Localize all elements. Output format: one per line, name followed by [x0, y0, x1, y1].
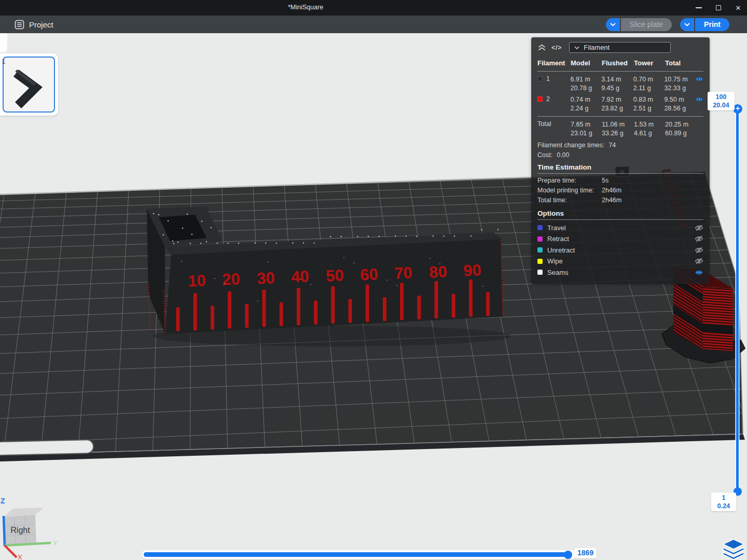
layer-slider-bottom-label: 10.24 [711, 493, 736, 511]
unretract-visibility-toggle[interactable] [695, 247, 703, 254]
option-seams: Seams [537, 267, 703, 278]
model-printing-time: Model printing time:2h46m [537, 186, 703, 195]
svg-text:10: 10 [187, 271, 206, 290]
x-axis-label: X [18, 553, 22, 560]
plate-handle-notch [0, 440, 93, 456]
option-unretract: Unretract [537, 244, 703, 256]
eye-icon [695, 96, 703, 103]
travel-color-chip [537, 225, 543, 230]
print-dropdown-button[interactable] [680, 18, 695, 31]
svg-text:40: 40 [290, 267, 309, 286]
eye-off-icon [695, 235, 703, 242]
step-slider-handle[interactable] [564, 551, 572, 559]
divider [537, 173, 703, 174]
filament-2-visibility-toggle[interactable] [695, 95, 703, 103]
project-menu[interactable]: Project [15, 20, 53, 30]
sidebar-remnant [0, 33, 7, 52]
svg-text:80: 80 [428, 262, 447, 282]
maximize-button[interactable] [715, 4, 722, 11]
close-button[interactable]: ✕ [735, 4, 742, 11]
maximize-icon [716, 5, 721, 10]
step-slider-fill [144, 552, 570, 557]
svg-text:60: 60 [359, 265, 378, 284]
svg-text:50: 50 [325, 266, 344, 285]
slice-plate-button[interactable]: Slice plate [621, 18, 672, 31]
filament-change-times: Filament change times:74 [537, 142, 703, 149]
filament-row-1: 1 6.91 m20.78 g 3.14 m9.45 g 0.70 m2.11 … [537, 74, 703, 94]
eye-off-icon [695, 247, 703, 254]
main-toolbar: Project Slice plate Print [0, 16, 747, 33]
minimize-button[interactable] [695, 4, 702, 11]
svg-text:70: 70 [394, 263, 412, 283]
filament-row-2: 2 0.74 m2.24 g 7.92 m23.82 g 0.83 m2.51 … [537, 94, 703, 114]
divider [537, 71, 703, 72]
layers-icon [723, 539, 744, 560]
filament-2-swatch [537, 96, 543, 102]
y-axis-label: Y [53, 539, 58, 547]
plate-thumbnail-selected-border [3, 57, 55, 113]
print-split-button: Print [680, 18, 729, 31]
options-title: Options [537, 209, 703, 217]
retract-color-chip [537, 236, 543, 242]
eye-off-icon [695, 258, 703, 264]
cost: Cost:0.00 [537, 151, 703, 159]
slice-dropdown-button[interactable] [606, 18, 621, 31]
cube-face-label: Right [10, 526, 30, 535]
layer-slider-top-label: 10020.04 [708, 92, 735, 110]
layer-slider-track[interactable] [736, 106, 739, 492]
plate-thumbnail[interactable]: 1 [0, 53, 58, 116]
title-bar: *MiniSquare ✕ [0, 0, 747, 16]
gcode-view-button[interactable]: </> [551, 44, 562, 51]
cube-top-face[interactable] [4, 508, 44, 517]
unretract-color-chip [537, 247, 543, 253]
option-travel: Travel [537, 222, 703, 233]
eye-off-icon [695, 225, 703, 231]
chevron-down-icon [684, 23, 690, 26]
option-retract: Retract [537, 233, 703, 245]
divider [537, 116, 703, 117]
step-slider-value: 1869 [574, 548, 597, 558]
svg-text:20: 20 [222, 270, 240, 289]
project-label: Project [29, 20, 53, 29]
chevron-down-icon [574, 46, 579, 49]
print-button[interactable]: Print [695, 18, 729, 31]
option-wipe: Wipe [537, 256, 703, 267]
eye-icon [695, 76, 703, 82]
plate-thumbnail-model [4, 58, 54, 111]
z-axis-label: Z [1, 497, 5, 505]
window-title: *MiniSquare [288, 4, 323, 11]
wipe-color-chip [537, 259, 543, 264]
time-estimation-title: Time Estimation [537, 163, 703, 171]
chevron-down-icon [610, 23, 616, 26]
seams-visibility-toggle[interactable] [695, 269, 703, 276]
z-axis [4, 516, 5, 546]
project-icon [15, 20, 24, 30]
filament-total-row: Total 7.65 m23.01 g 11.06 m33.26 g 1.53 … [537, 119, 703, 139]
x-axis [5, 545, 17, 557]
svg-text:30: 30 [256, 269, 275, 288]
retract-visibility-toggle[interactable] [695, 235, 703, 242]
divider [537, 219, 703, 220]
view-type-value: Filament [584, 44, 610, 51]
orientation-cube[interactable]: Z Right Y X [0, 494, 62, 560]
double-chevron-up-icon [537, 44, 546, 51]
plate-number: 1 [2, 57, 6, 65]
layers-view-button[interactable] [723, 539, 744, 560]
eye-icon [695, 269, 703, 276]
minimize-icon [696, 7, 702, 8]
filament-table-header: Filament Model Flushed Tower Total [537, 58, 703, 69]
slice-plate-split-button: Slice plate [606, 18, 672, 31]
filament-stats-panel: </> Filament Filament Model Flushed Towe… [531, 37, 710, 284]
collapse-panel-button[interactable] [537, 44, 546, 51]
wipe-visibility-toggle[interactable] [695, 258, 703, 264]
prepare-time: Prepare time:5s [537, 176, 703, 186]
svg-text:90: 90 [463, 261, 481, 280]
total-time: Total time:2h46m [537, 195, 703, 205]
filament-1-visibility-toggle[interactable] [695, 75, 703, 82]
filament-1-swatch [537, 76, 543, 81]
seams-color-chip [537, 270, 543, 275]
view-type-dropdown[interactable]: Filament [569, 42, 671, 53]
step-slider[interactable] [142, 550, 577, 559]
travel-visibility-toggle[interactable] [695, 225, 703, 231]
